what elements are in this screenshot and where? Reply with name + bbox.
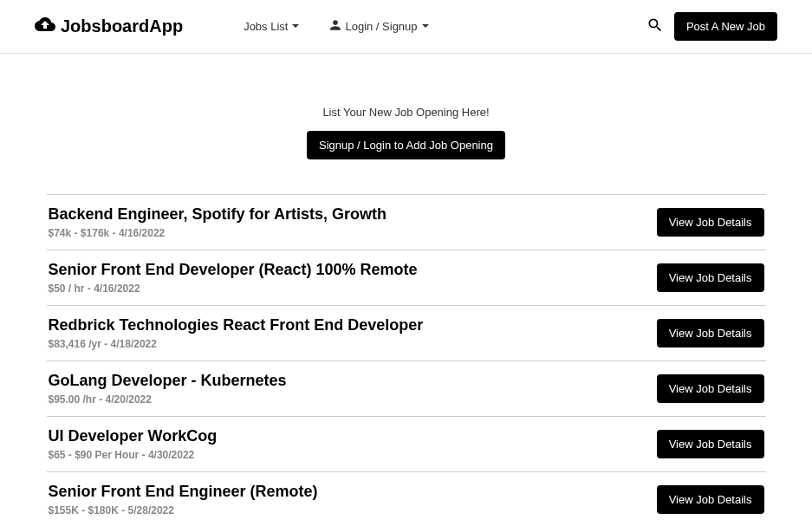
nav-jobs-list-label: Jobs List: [244, 20, 288, 33]
signup-login-cta-button[interactable]: Signup / Login to Add Job Opening: [307, 131, 505, 159]
job-title: UI Developer WorkCog: [49, 427, 657, 445]
nav-login-signup[interactable]: Login / Signup: [329, 19, 432, 34]
nav-jobs-list[interactable]: Jobs List: [244, 20, 303, 33]
job-info: Redbrick Technologies React Front End De…: [49, 316, 657, 350]
cloud-upload-icon: [35, 16, 61, 37]
job-title: Redbrick Technologies React Front End De…: [49, 316, 657, 334]
job-list: Backend Engineer, Spotify for Artists, G…: [47, 194, 766, 526]
chevron-down-icon: [291, 20, 303, 33]
job-meta: $95.00 /hr - 4/20/2022: [49, 393, 657, 406]
view-job-details-button[interactable]: View Job Details: [657, 430, 764, 458]
job-meta: $83,416 /yr - 4/18/2022: [49, 338, 657, 350]
job-info: GoLang Developer - Kubernetes $95.00 /hr…: [49, 372, 657, 406]
view-job-details-button[interactable]: View Job Details: [657, 263, 764, 292]
hero-tagline: List Your New Job Opening Here!: [0, 106, 812, 119]
brand-logo[interactable]: JobsboardApp: [35, 16, 183, 37]
job-title: Backend Engineer, Spotify for Artists, G…: [49, 205, 657, 224]
view-job-details-button[interactable]: View Job Details: [657, 319, 764, 347]
view-job-details-button[interactable]: View Job Details: [657, 485, 764, 514]
user-icon: [329, 19, 345, 34]
search-icon[interactable]: [646, 16, 664, 37]
job-meta: $50 / hr - 4/16/2022: [49, 282, 657, 295]
job-row: GoLang Developer - Kubernetes $95.00 /hr…: [47, 360, 766, 416]
navbar: JobsboardApp Jobs List Login / Signup Po…: [0, 0, 812, 54]
hero: List Your New Job Opening Here! Signup /…: [0, 106, 812, 159]
job-meta: $65 - $90 Per Hour - 4/30/2022: [49, 449, 657, 461]
job-row: UI Developer WorkCog $65 - $90 Per Hour …: [47, 416, 766, 471]
job-title: Senior Front End Developer (React) 100% …: [49, 261, 657, 279]
job-info: Backend Engineer, Spotify for Artists, G…: [49, 205, 657, 239]
job-row: Senior Front End Developer (React) 100% …: [47, 250, 766, 305]
job-meta: $74k - $176k - 4/16/2022: [49, 227, 657, 239]
brand-name: JobsboardApp: [61, 16, 183, 36]
chevron-down-icon: [421, 20, 433, 33]
job-info: Senior Front End Engineer (Remote) $155K…: [49, 483, 657, 516]
job-title: GoLang Developer - Kubernetes: [49, 372, 657, 390]
post-job-button[interactable]: Post A New Job: [674, 12, 777, 41]
job-meta: $155K - $180K - 5/28/2022: [49, 504, 657, 516]
job-row: Redbrick Technologies React Front End De…: [47, 305, 766, 360]
job-row: Backend Engineer, Spotify for Artists, G…: [47, 194, 766, 250]
view-job-details-button[interactable]: View Job Details: [657, 374, 764, 403]
view-job-details-button[interactable]: View Job Details: [657, 208, 764, 237]
nav-login-signup-label: Login / Signup: [345, 20, 417, 33]
job-title: Senior Front End Engineer (Remote): [49, 483, 657, 501]
job-row: Senior Front End Engineer (Remote) $155K…: [47, 471, 766, 526]
job-info: Senior Front End Developer (React) 100% …: [49, 261, 657, 295]
job-info: UI Developer WorkCog $65 - $90 Per Hour …: [49, 427, 657, 461]
